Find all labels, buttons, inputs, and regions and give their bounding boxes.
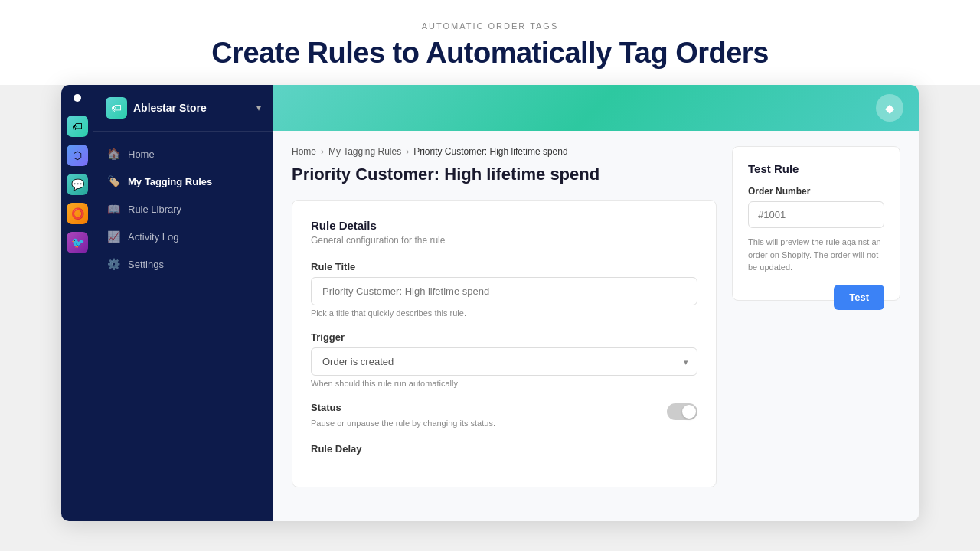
sidebar-logo: 🏷 xyxy=(106,97,127,119)
trigger-label: Trigger xyxy=(311,331,697,343)
rule-delay-label: Rule Delay xyxy=(311,443,697,455)
sidebar-item-home[interactable]: 🏠 Home xyxy=(100,141,267,167)
rule-title-hint: Pick a title that quickly describes this… xyxy=(311,308,697,318)
hero-section: AUTOMATIC ORDER TAGS Create Rules to Aut… xyxy=(0,0,980,85)
rule-details-subtitle: General configuration for the rule xyxy=(311,235,697,246)
status-label: Status xyxy=(311,402,495,413)
trigger-select-wrapper: Order is created Order is fulfilled Orde… xyxy=(311,347,697,376)
rule-title-group: Rule Title Pick a title that quickly des… xyxy=(311,261,697,318)
tag-icon: 🏷️ xyxy=(107,175,120,187)
sidebar-header[interactable]: 🏷 Ablestar Store ▾ xyxy=(93,85,273,132)
test-button[interactable]: Test xyxy=(834,285,884,310)
sidebar-nav: 🏠 Home 🏷️ My Tagging Rules 📖 Rule Librar… xyxy=(93,132,273,521)
icon-btn-green[interactable]: 💬 xyxy=(67,174,88,195)
rule-title-label: Rule Title xyxy=(311,261,697,272)
home-icon: 🏠 xyxy=(107,148,120,160)
rule-title-input[interactable] xyxy=(311,277,697,305)
sidebar: 🏷 Ablestar Store ▾ 🏠 Home 🏷️ My Tagging … xyxy=(93,85,273,521)
content-body: Home › My Tagging Rules › Priority Custo… xyxy=(273,131,919,521)
test-rule-panel: Test Rule Order Number This will preview… xyxy=(732,146,900,506)
window-dot xyxy=(74,94,81,102)
sidebar-store-name: Ablestar Store xyxy=(133,102,250,114)
sidebar-item-label-tagging: My Tagging Rules xyxy=(128,176,212,187)
sidebar-item-activity-log[interactable]: 📈 Activity Log xyxy=(100,223,267,249)
gear-icon: ⚙️ xyxy=(107,258,120,270)
status-hint: Pause or unpause the rule by changing it… xyxy=(311,419,495,428)
trigger-hint: When should this rule run automatically xyxy=(311,379,697,388)
icon-btn-blue[interactable]: ⬡ xyxy=(67,145,88,166)
breadcrumb-home[interactable]: Home xyxy=(292,146,316,157)
breadcrumb-sep-1: › xyxy=(321,146,324,157)
status-info: Status Pause or unpause the rule by chan… xyxy=(311,402,495,429)
main-content: ◆ Home › My Tagging Rules › Priority Cus… xyxy=(273,85,919,521)
test-rule-title: Test Rule xyxy=(748,162,884,175)
breadcrumb-sep-2: › xyxy=(406,146,409,157)
rule-details-card: Rule Details General configuration for t… xyxy=(292,200,717,487)
page-title: Priority Customer: High lifetime spend xyxy=(292,165,717,184)
book-icon: 📖 xyxy=(107,203,120,215)
sidebar-item-label-settings: Settings xyxy=(128,259,164,270)
hero-subtitle: AUTOMATIC ORDER TAGS xyxy=(0,21,980,31)
order-number-label: Order Number xyxy=(748,186,884,197)
trigger-select[interactable]: Order is created Order is fulfilled Orde… xyxy=(311,347,697,376)
sidebar-item-label-activity: Activity Log xyxy=(128,231,178,243)
chart-icon: 📈 xyxy=(107,230,120,243)
sidebar-item-settings[interactable]: ⚙️ Settings xyxy=(100,251,267,277)
sidebar-item-my-tagging-rules[interactable]: 🏷️ My Tagging Rules xyxy=(100,168,267,194)
sidebar-item-rule-library[interactable]: 📖 Rule Library xyxy=(100,196,267,222)
sidebar-item-label-home: Home xyxy=(128,148,155,160)
sidebar-item-label-library: Rule Library xyxy=(128,204,181,215)
icon-btn-teal[interactable]: 🏷 xyxy=(67,116,88,137)
breadcrumb-tagging-rules[interactable]: My Tagging Rules xyxy=(328,146,401,157)
order-number-input[interactable] xyxy=(748,201,884,228)
chevron-down-icon: ▾ xyxy=(256,103,261,113)
icon-bar: 🏷 ⬡ 💬 ⭕ 🐦 xyxy=(61,85,93,521)
trigger-group: Trigger Order is created Order is fulfil… xyxy=(311,331,697,388)
app-container: 🏷 ⬡ 💬 ⭕ 🐦 🏷 Ablestar Store ▾ 🏠 Home 🏷️ M… xyxy=(61,85,919,521)
icon-btn-purple[interactable]: 🐦 xyxy=(67,232,88,253)
status-toggle[interactable] xyxy=(667,403,697,420)
content-header: ◆ xyxy=(273,85,919,131)
rule-delay-group: Rule Delay xyxy=(311,443,697,455)
test-hint: This will preview the rule against an or… xyxy=(748,236,884,274)
rule-details-title: Rule Details xyxy=(311,219,697,232)
breadcrumb: Home › My Tagging Rules › Priority Custo… xyxy=(292,146,717,157)
test-rule-card: Test Rule Order Number This will preview… xyxy=(732,146,900,301)
left-panels: Home › My Tagging Rules › Priority Custo… xyxy=(292,146,717,506)
hero-title: Create Rules to Automatically Tag Orders xyxy=(0,37,980,70)
header-action-button[interactable]: ◆ xyxy=(876,94,903,122)
icon-btn-orange[interactable]: ⭕ xyxy=(67,203,88,224)
status-row: Status Pause or unpause the rule by chan… xyxy=(311,402,697,429)
breadcrumb-current: Priority Customer: High lifetime spend xyxy=(413,146,567,157)
